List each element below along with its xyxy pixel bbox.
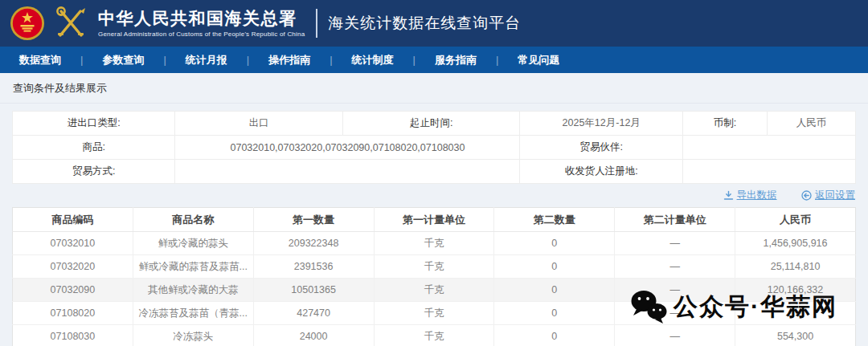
- field-label-commodity: 商品:: [13, 136, 175, 160]
- cell-second-unit: —: [615, 279, 735, 302]
- col-header-rmb: 人民币: [735, 208, 856, 232]
- nav-item-operation-guide[interactable]: 操作指南: [249, 53, 330, 67]
- cell-commodity-name: 冷冻蒜头: [133, 325, 253, 346]
- cell-second-quantity: 0: [494, 302, 615, 325]
- table-row: 07032090 其他鲜或冷藏的大蒜 10501365 千克 0 — 120,1…: [13, 279, 856, 302]
- cell-commodity-code: 07108030: [13, 325, 133, 346]
- cell-commodity-code: 07032090: [13, 279, 133, 302]
- banner-divider: [316, 9, 317, 38]
- field-value-trade-mode: [175, 160, 520, 184]
- cell-rmb: 1,456,905,916: [735, 232, 856, 255]
- col-header-first-unit: 第一计量单位: [374, 208, 494, 232]
- cell-commodity-name: 冷冻蒜苔及蒜苗（青蒜...: [133, 302, 253, 325]
- top-banner: 中华人民共和国海关总署 General Administration of Cu…: [0, 0, 868, 47]
- col-header-commodity-code: 商品编码: [13, 208, 133, 232]
- col-header-second-quantity: 第二数量: [494, 208, 615, 232]
- download-icon: [723, 190, 734, 201]
- customs-key-emblem-icon: [51, 4, 90, 43]
- field-label-import-export-type: 进出口类型:: [13, 112, 175, 136]
- cell-rmb: 25,114,810: [735, 255, 856, 279]
- cell-commodity-name: 鲜或冷藏的蒜头: [133, 232, 253, 255]
- field-label-trade-mode: 贸易方式:: [13, 160, 175, 184]
- col-header-second-unit: 第二计量单位: [615, 208, 735, 232]
- org-title: 中华人民共和国海关总署: [98, 9, 305, 28]
- cell-second-quantity: 0: [494, 232, 615, 255]
- nav-item-data-query[interactable]: 数据查询: [13, 53, 80, 67]
- cell-first-quantity: 10501365: [253, 279, 374, 302]
- cell-second-unit: —: [615, 325, 735, 346]
- cell-first-quantity: 24000: [253, 325, 374, 346]
- nav-item-faq[interactable]: 常见问题: [498, 53, 579, 67]
- cell-first-unit: 千克: [374, 325, 494, 346]
- cell-first-unit: 千克: [374, 279, 494, 302]
- national-emblem-icon: [10, 6, 45, 41]
- export-data-button[interactable]: 导出数据: [723, 189, 777, 202]
- platform-title: 海关统计数据在线查询平台: [328, 13, 521, 34]
- back-to-settings-button[interactable]: 返回设置: [801, 189, 855, 202]
- breadcrumb: 查询条件及结果展示: [0, 73, 868, 104]
- back-to-settings-label: 返回设置: [815, 189, 855, 202]
- org-title-block: 中华人民共和国海关总署 General Administration of Cu…: [98, 9, 305, 37]
- cell-rmb: 554,300: [735, 325, 856, 346]
- field-value-date-range: 2025年12月-12月: [520, 112, 682, 136]
- cell-rmb: 120,166,332: [735, 279, 856, 302]
- field-label-currency: 币制:: [682, 112, 767, 136]
- cell-commodity-name: 鲜或冷藏的蒜苔及蒜苗...: [133, 255, 253, 279]
- table-row: 07108030 冷冻蒜头 24000 千克 0 — 554,300: [13, 325, 856, 346]
- cell-second-unit: —: [615, 232, 735, 255]
- table-row: 07032020 鲜或冷藏的蒜苔及蒜苗... 2391536 千克 0 — 25…: [13, 255, 856, 279]
- field-value-currency: 人民币: [767, 112, 855, 136]
- cell-commodity-code: 07108020: [13, 302, 133, 325]
- cell-second-quantity: 0: [494, 279, 615, 302]
- main-navbar: 数据查询 | 参数查询 | 统计月报 | 操作指南 | 统计制度 | 服务指南 …: [0, 47, 868, 73]
- field-value-import-export-type: 出口: [175, 112, 343, 136]
- col-header-first-quantity: 第一数量: [253, 208, 374, 232]
- nav-item-service-guide[interactable]: 服务指南: [416, 53, 496, 67]
- export-data-label: 导出数据: [737, 189, 777, 202]
- cell-commodity-code: 07032020: [13, 255, 133, 279]
- field-label-date-range: 起止时间:: [343, 112, 520, 136]
- cell-first-quantity: 427470: [253, 302, 374, 325]
- cell-second-quantity: 0: [494, 255, 615, 279]
- cell-commodity-name: 其他鲜或冷藏的大蒜: [133, 279, 253, 302]
- cell-second-unit: —: [615, 302, 735, 325]
- cell-first-unit: 千克: [374, 302, 494, 325]
- cell-first-unit: 千克: [374, 255, 494, 279]
- nav-item-statistics-system[interactable]: 统计制度: [333, 53, 413, 67]
- results-table-panel: 商品编码 商品名称 第一数量 第一计量单位 第二数量 第二计量单位 人民币 07…: [12, 207, 856, 346]
- results-header-row: 商品编码 商品名称 第一数量 第一计量单位 第二数量 第二计量单位 人民币: [13, 208, 856, 232]
- cell-second-quantity: 0: [494, 325, 615, 346]
- query-condition-panel: 进出口类型: 出口 起止时间: 2025年12月-12月 币制: 人民币 商品:…: [12, 111, 856, 184]
- field-value-registration-place: [682, 160, 855, 184]
- table-actions: 导出数据 返回设置: [13, 189, 855, 203]
- field-value-trade-partner: [682, 136, 855, 160]
- field-value-commodity: 07032010,07032020,07032090,07108020,0710…: [175, 136, 520, 160]
- cell-rmb: [735, 302, 856, 325]
- table-row: 07032010 鲜或冷藏的蒜头 209322348 千克 0 — 1,456,…: [13, 232, 856, 255]
- cell-first-unit: 千克: [374, 232, 494, 255]
- nav-item-param-query[interactable]: 参数查询: [83, 53, 163, 67]
- nav-item-monthly-report[interactable]: 统计月报: [166, 53, 247, 67]
- cell-first-quantity: 2391536: [253, 255, 374, 279]
- field-label-registration-place: 收发货人注册地:: [520, 160, 682, 184]
- cell-second-unit: —: [615, 255, 735, 279]
- table-row: 07108020 冷冻蒜苔及蒜苗（青蒜... 427470 千克 0 —: [13, 302, 856, 325]
- col-header-commodity-name: 商品名称: [133, 208, 253, 232]
- cell-first-quantity: 209322348: [253, 232, 374, 255]
- return-arrow-icon: [801, 190, 812, 201]
- org-subtitle: General Administration of Customs of the…: [98, 31, 305, 38]
- field-label-trade-partner: 贸易伙伴:: [520, 136, 682, 160]
- cell-commodity-code: 07032010: [13, 232, 133, 255]
